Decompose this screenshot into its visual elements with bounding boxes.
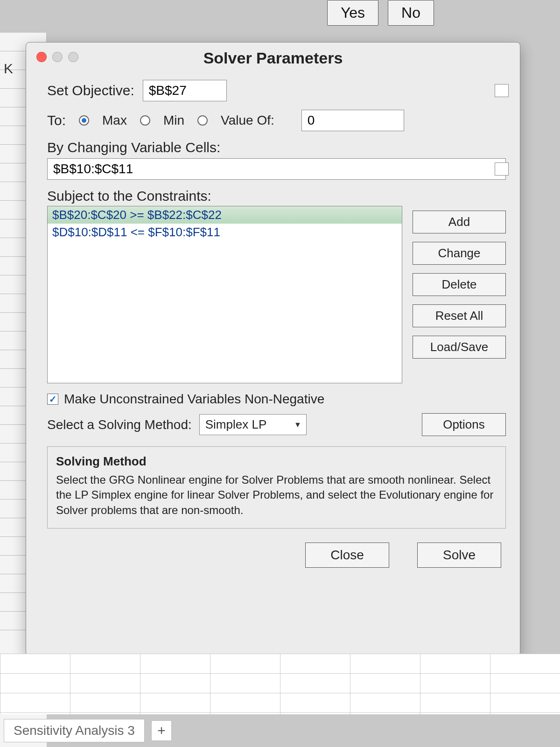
sheet-tab[interactable]: Sensitivity Analysis 3 [4,719,145,742]
cell-picker-button-2[interactable] [495,162,509,176]
set-objective-label: Set Objective: [47,83,134,99]
changing-cells-input[interactable] [47,158,506,180]
radio-max-label: Max [102,113,127,128]
spreadsheet-cells[interactable] [0,654,560,714]
cell-picker-button[interactable] [495,84,509,97]
nonneg-label: Make Unconstrained Variables Non-Negativ… [64,392,324,407]
close-icon[interactable] [36,52,47,62]
radio-max[interactable] [79,115,89,126]
background-yes-button[interactable]: Yes [327,0,378,26]
options-button[interactable]: Options [422,413,506,436]
load-save-button[interactable]: Load/Save [413,336,506,359]
background-no-button[interactable]: No [388,0,434,26]
delete-button[interactable]: Delete [413,273,506,296]
dialog-titlebar: Solver Parameters [26,42,520,71]
changing-cells-label: By Changing Variable Cells: [47,140,220,155]
add-sheet-button[interactable]: + [151,720,172,741]
close-button[interactable]: Close [305,543,389,568]
constraint-item[interactable]: $B$20:$C$20 >= $B$22:$C$22 [48,206,402,224]
info-title: Solving Method [56,453,497,470]
radio-min-label: Min [163,113,184,128]
nonneg-checkbox[interactable]: ✓ [47,394,58,405]
solver-parameters-dialog: Solver Parameters Set Objective: To: Max… [26,42,520,656]
zoom-icon[interactable] [68,52,78,62]
radio-valueof[interactable] [197,115,208,126]
constraint-item[interactable]: $D$10:$D$11 <= $F$10:$F$11 [48,224,402,241]
add-button[interactable]: Add [413,211,506,233]
value-of-input[interactable] [301,110,404,131]
to-label: To: [47,113,66,128]
radio-valueof-label: Value Of: [221,113,274,128]
set-objective-input[interactable] [143,80,227,101]
dialog-title: Solver Parameters [26,42,520,67]
info-text: Select the GRG Nonlinear engine for Solv… [56,472,497,518]
solving-method-label: Select a Solving Method: [47,417,192,432]
constraints-list[interactable]: $B$20:$C$20 >= $B$22:$C$22 $D$10:$D$11 <… [47,206,402,383]
constraints-label: Subject to the Constraints: [47,188,211,204]
radio-min[interactable] [140,115,150,126]
column-header-k: K [4,61,13,77]
change-button[interactable]: Change [413,242,506,265]
reset-all-button[interactable]: Reset All [413,304,506,327]
solving-method-info: Solving Method Select the GRG Nonlinear … [47,446,506,529]
solving-method-select[interactable]: Simplex LP [199,414,307,435]
solve-button[interactable]: Solve [417,543,501,568]
minimize-icon[interactable] [52,52,63,62]
